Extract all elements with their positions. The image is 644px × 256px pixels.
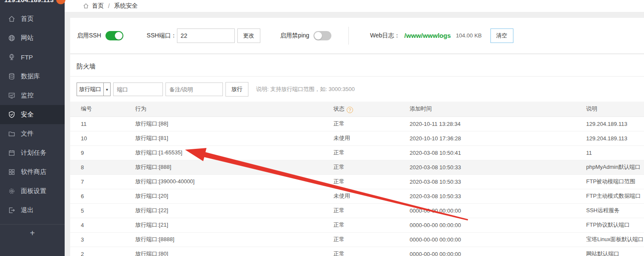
cell-note: FTP被动模端口范围: [586, 174, 644, 189]
sidebar-item-label: FTP: [21, 54, 33, 61]
folder-icon: [8, 130, 15, 137]
breadcrumb-home-link[interactable]: 首页: [92, 2, 104, 10]
sidebar-item-website[interactable]: 网站: [0, 28, 65, 48]
cell-status: 正常: [333, 160, 410, 174]
firewall-card: 防火墙 放行端口 ▾ 放行 说明: 支持放行端口范围，如: 3000:3500 …: [70, 54, 644, 256]
table-row: 10 放行端口:[81] 未使用 2020-10-10 17:36:28 129…: [70, 131, 644, 145]
sidebar: 129.204.189.113 首页 网站 FTP 数据库 监控 安全: [0, 0, 65, 256]
cell-action: 放行端口:[8888]: [135, 232, 333, 247]
allow-port-button[interactable]: 放行: [225, 82, 248, 97]
server-ip-label: 129.204.189.113: [4, 0, 54, 3]
col-header-status: 状态?: [333, 102, 410, 117]
port-range-hint: 说明: 支持放行端口范围，如: 3000:3500: [256, 85, 355, 93]
firewall-title: 防火墙: [70, 54, 644, 76]
cell-action: 放行端口:[888]: [135, 160, 333, 174]
sidebar-item-cron[interactable]: 计划任务: [0, 143, 65, 162]
sidebar-item-ftp[interactable]: FTP: [0, 48, 65, 67]
cell-time: 2020-03-08 10:50:33: [410, 189, 586, 203]
cell-status: 正常: [333, 117, 410, 131]
cell-note: 11: [586, 145, 644, 160]
cell-action: 放行端口:[1-65535]: [135, 145, 333, 160]
cell-id: 4: [70, 218, 135, 232]
cell-status: 正常: [333, 232, 410, 247]
table-row: 2 放行端口:[80] 正常 0000-00-00 00:00:00 网站默认端…: [70, 247, 644, 256]
ssh-settings-card: 启用SSH SSH端口： 更改 启用禁ping Web日志： /www/wwwl…: [70, 18, 644, 53]
cell-status: 正常: [333, 247, 410, 256]
sidebar-item-label: 文件: [21, 130, 34, 138]
cell-status: 未使用: [333, 131, 410, 145]
weblog-label: Web日志：: [370, 32, 400, 40]
ssh-toggle[interactable]: [105, 31, 123, 40]
cell-id: 8: [70, 160, 135, 174]
cell-time: 2020-03-08 10:50:33: [410, 160, 586, 174]
cell-id: 11: [70, 117, 135, 131]
port-input[interactable]: [113, 82, 163, 96]
sidebar-item-label: 退出: [21, 206, 34, 214]
calendar-icon: [8, 149, 15, 156]
cell-note: 129.204.189.113: [586, 131, 644, 145]
sidebar-item-appstore[interactable]: 软件商店: [0, 162, 65, 182]
cell-time: 2020-10-10 17:36:28: [410, 131, 586, 145]
cell-time: 2020-10-11 13:28:34: [410, 117, 586, 131]
sidebar-item-security[interactable]: 安全: [0, 105, 65, 124]
cell-action: 放行端口:[81]: [135, 131, 333, 145]
server-ip-badge[interactable]: 129.204.189.113: [4, 0, 64, 6]
status-header-label: 状态: [333, 105, 345, 112]
cell-id: 10: [70, 131, 135, 145]
cell-note: 网站默认端口: [586, 247, 644, 256]
weblog-path-link[interactable]: /www/wwwlogs: [405, 32, 451, 39]
home-icon: [8, 15, 15, 23]
cell-id: 9: [70, 145, 135, 160]
cell-id: 3: [70, 232, 135, 247]
cell-note: 宝塔Linux面板默认端口: [586, 232, 644, 247]
gear-icon: [8, 188, 15, 195]
sidebar-item-settings[interactable]: 面板设置: [0, 182, 65, 201]
clear-log-button[interactable]: 清空: [490, 28, 513, 43]
table-row: 11 放行端口:[88] 正常 2020-10-11 13:28:34 129.…: [70, 117, 644, 131]
cell-id: 5: [70, 203, 135, 218]
toggle-knob: [314, 32, 322, 40]
sidebar-item-home[interactable]: 首页: [0, 9, 65, 28]
rule-type-select[interactable]: 放行端口 ▾: [77, 82, 111, 96]
database-icon: [8, 73, 15, 80]
divider: [348, 27, 349, 45]
sidebar-item-files[interactable]: 文件: [0, 124, 65, 143]
cell-status: 未使用: [333, 189, 410, 203]
cell-action: 放行端口:[88]: [135, 117, 333, 131]
table-row: 5 放行端口:[22] 正常 0000-00-00 00:00:00 SSH远程…: [70, 203, 644, 218]
sidebar-item-monitor[interactable]: 监控: [0, 86, 65, 105]
plus-icon: +: [30, 228, 35, 238]
cell-note: phpMyAdmin默认端口: [586, 160, 644, 174]
sidebar-add-button[interactable]: +: [0, 224, 65, 242]
status-help-icon[interactable]: ?: [347, 107, 353, 113]
cell-status: 正常: [333, 174, 410, 189]
cell-time: 0000-00-00 00:00:00: [410, 247, 586, 256]
cell-time: 0000-00-00 00:00:00: [410, 218, 586, 232]
cell-status: 正常: [333, 145, 410, 160]
breadcrumb-current: 系统安全: [114, 2, 138, 10]
sidebar-item-label: 安全: [21, 111, 34, 119]
cell-note: SSH远程服务: [586, 203, 644, 218]
ping-toggle[interactable]: [313, 31, 331, 40]
firewall-table-body: 11 放行端口:[88] 正常 2020-10-11 13:28:34 129.…: [70, 117, 644, 256]
cell-action: 放行端口:[39000-40000]: [135, 174, 333, 189]
firewall-form: 放行端口 ▾ 放行 说明: 支持放行端口范围，如: 3000:3500: [70, 77, 644, 102]
sidebar-item-logout[interactable]: 退出: [0, 201, 65, 220]
sidebar-item-label: 软件商店: [21, 168, 46, 176]
ssh-port-input[interactable]: [177, 28, 235, 43]
cell-time: 2020-03-08 10:50:33: [410, 174, 586, 189]
cell-time: 0000-00-00 00:00:00: [410, 232, 586, 247]
cell-time: 2020-03-08 10:50:41: [410, 145, 586, 160]
cell-note: FTP协议默认端口: [586, 218, 644, 232]
store-icon: [8, 168, 15, 176]
col-header-time: 添加时间: [410, 102, 586, 117]
note-input[interactable]: [165, 82, 223, 96]
table-row: 7 放行端口:[39000-40000] 正常 2020-03-08 10:50…: [70, 174, 644, 189]
sidebar-item-database[interactable]: 数据库: [0, 67, 65, 86]
breadcrumb: 首页 / 系统安全: [65, 0, 644, 12]
sidebar-item-label: 计划任务: [21, 149, 46, 157]
table-row: 6 放行端口:[20] 未使用 2020-03-08 10:50:33 FTP主…: [70, 189, 644, 203]
change-port-button[interactable]: 更改: [237, 28, 260, 43]
table-row: 4 放行端口:[21] 正常 0000-00-00 00:00:00 FTP协议…: [70, 218, 644, 232]
table-row: 3 放行端口:[8888] 正常 0000-00-00 00:00:00 宝塔L…: [70, 232, 644, 247]
